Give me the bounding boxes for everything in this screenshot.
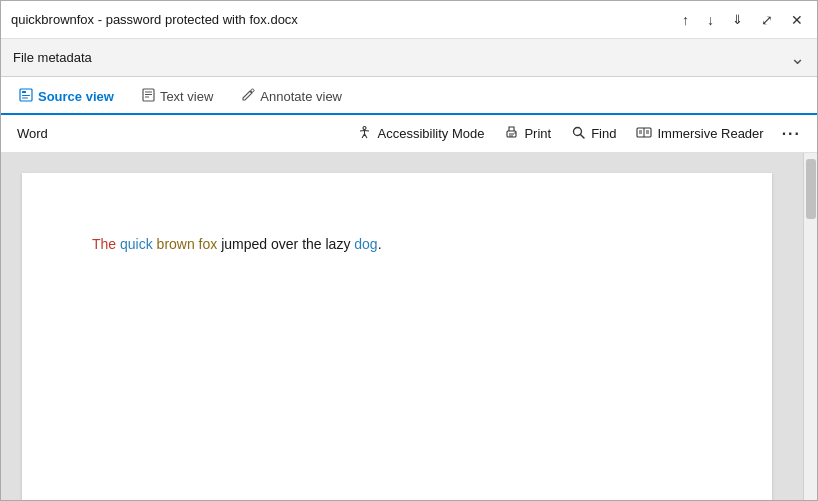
toolbar-app-label: Word [9, 122, 56, 145]
tab-annotate-view[interactable]: Annotate view [227, 80, 356, 115]
expand-btn[interactable]: ⤢ [757, 10, 777, 30]
title-bar: quickbrownfox - password protected with … [1, 1, 817, 39]
svg-point-8 [251, 89, 254, 92]
word-period: . [378, 236, 382, 252]
scroll-up-btn[interactable]: ↑ [678, 10, 693, 30]
word-jumped-over: jumped over [221, 236, 302, 252]
immersive-reader-button[interactable]: Immersive Reader [626, 120, 773, 148]
chevron-down-icon[interactable]: ⌄ [790, 47, 805, 69]
print-button[interactable]: Print [494, 120, 561, 148]
tabs-bar: Source view Text view Annotate view [1, 77, 817, 115]
scroll-down-btn[interactable]: ↓ [703, 10, 718, 30]
svg-point-13 [515, 132, 517, 134]
word-the: The [92, 236, 120, 252]
svg-point-9 [363, 126, 366, 129]
tab-source-view-label: Source view [38, 89, 114, 104]
scrollbar-thumb[interactable] [806, 159, 816, 219]
title-controls: ↑ ↓ ⇓ ⤢ ✕ [678, 10, 807, 30]
file-metadata-label: File metadata [13, 50, 92, 65]
accessibility-mode-icon [357, 125, 372, 143]
find-button[interactable]: Find [561, 120, 626, 148]
close-btn[interactable]: ✕ [787, 10, 807, 30]
svg-line-15 [581, 134, 585, 138]
accessibility-mode-label: Accessibility Mode [377, 126, 484, 141]
text-view-icon [142, 88, 155, 105]
source-view-icon [19, 88, 33, 105]
document-container[interactable]: The quick brown fox jumped over the lazy… [1, 153, 803, 500]
annotate-view-icon [241, 88, 255, 105]
immersive-reader-icon [636, 125, 652, 143]
document-text: The quick brown fox jumped over the lazy… [92, 233, 712, 255]
print-label: Print [524, 126, 551, 141]
download-btn[interactable]: ⇓ [728, 10, 747, 29]
word-quick: quick [120, 236, 153, 252]
tab-text-view-label: Text view [160, 89, 213, 104]
window-title: quickbrownfox - password protected with … [11, 12, 678, 27]
word-the2: the [302, 236, 325, 252]
scrollbar-track[interactable] [803, 153, 817, 500]
more-options-button[interactable]: ··· [774, 121, 809, 147]
print-icon [504, 125, 519, 143]
immersive-reader-label: Immersive Reader [657, 126, 763, 141]
find-icon [571, 125, 586, 143]
content-area: The quick brown fox jumped over the lazy… [1, 153, 817, 500]
accessibility-mode-button[interactable]: Accessibility Mode [347, 120, 494, 148]
file-metadata-bar[interactable]: File metadata ⌄ [1, 39, 817, 77]
svg-rect-1 [22, 91, 26, 93]
document-page: The quick brown fox jumped over the lazy… [22, 173, 772, 500]
tab-source-view[interactable]: Source view [5, 80, 128, 115]
word-brown-fox: brown fox [153, 236, 221, 252]
svg-rect-3 [22, 98, 28, 99]
word-dog: dog [354, 236, 377, 252]
tab-annotate-view-label: Annotate view [260, 89, 342, 104]
svg-rect-2 [22, 95, 30, 96]
word-lazy: lazy [325, 236, 354, 252]
tab-text-view[interactable]: Text view [128, 80, 227, 115]
toolbar: Word Accessibility Mode Print [1, 115, 817, 153]
find-label: Find [591, 126, 616, 141]
